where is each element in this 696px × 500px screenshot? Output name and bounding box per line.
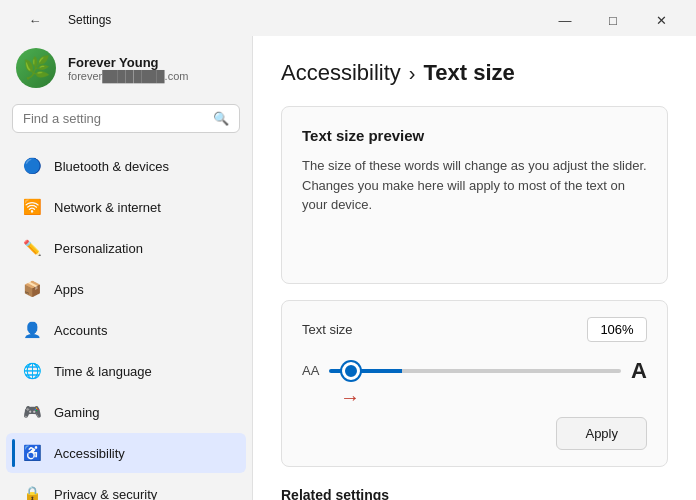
user-info: Forever Young forever████████.com bbox=[68, 55, 188, 82]
related-settings-title: Related settings bbox=[281, 487, 668, 501]
breadcrumb-parent: Accessibility bbox=[281, 60, 401, 86]
app-layout: 🌿 Forever Young forever████████.com 🔍 🔵B… bbox=[0, 36, 696, 500]
titlebar: ← Settings — □ ✕ bbox=[0, 0, 696, 36]
preview-text: The size of these words will change as y… bbox=[302, 156, 647, 215]
sidebar-item-gaming[interactable]: 🎮Gaming bbox=[6, 392, 246, 432]
sidebar-item-label-accessibility: Accessibility bbox=[54, 446, 125, 461]
time-icon: 🌐 bbox=[22, 361, 42, 381]
slider-container bbox=[329, 369, 621, 373]
search-icon: 🔍 bbox=[213, 111, 229, 126]
search-input[interactable] bbox=[23, 111, 205, 126]
slider-large-a: A bbox=[631, 358, 647, 384]
sidebar-item-bluetooth[interactable]: 🔵Bluetooth & devices bbox=[6, 146, 246, 186]
sidebar-item-accessibility[interactable]: ♿Accessibility bbox=[6, 433, 246, 473]
network-icon: 🛜 bbox=[22, 197, 42, 217]
accounts-icon: 👤 bbox=[22, 320, 42, 340]
bluetooth-icon: 🔵 bbox=[22, 156, 42, 176]
text-size-row: Text size 106% bbox=[302, 317, 647, 342]
sidebar: 🌿 Forever Young forever████████.com 🔍 🔵B… bbox=[0, 36, 252, 500]
minimize-button[interactable]: — bbox=[542, 6, 588, 34]
preview-title: Text size preview bbox=[302, 127, 647, 144]
breadcrumb-current: Text size bbox=[423, 60, 514, 86]
nav-list: 🔵Bluetooth & devices🛜Network & internet✏… bbox=[0, 145, 252, 500]
apply-button[interactable]: Apply bbox=[556, 417, 647, 450]
user-name: Forever Young bbox=[68, 55, 188, 70]
main-content: Accessibility › Text size Text size prev… bbox=[252, 36, 696, 500]
titlebar-title: Settings bbox=[68, 13, 111, 27]
sidebar-item-personalization[interactable]: ✏️Personalization bbox=[6, 228, 246, 268]
sidebar-item-time[interactable]: 🌐Time & language bbox=[6, 351, 246, 391]
search-box[interactable]: 🔍 bbox=[12, 104, 240, 133]
slider-row: AA A bbox=[302, 358, 647, 384]
titlebar-left: ← Settings bbox=[12, 6, 111, 34]
user-email: forever████████.com bbox=[68, 70, 188, 82]
sidebar-item-label-gaming: Gaming bbox=[54, 405, 100, 420]
sidebar-item-privacy[interactable]: 🔒Privacy & security bbox=[6, 474, 246, 500]
sidebar-item-accounts[interactable]: 👤Accounts bbox=[6, 310, 246, 350]
privacy-icon: 🔒 bbox=[22, 484, 42, 500]
breadcrumb-separator: › bbox=[409, 62, 416, 85]
close-button[interactable]: ✕ bbox=[638, 6, 684, 34]
preview-card: Text size preview The size of these word… bbox=[281, 106, 668, 284]
text-size-slider[interactable] bbox=[329, 369, 621, 373]
titlebar-controls: — □ ✕ bbox=[542, 6, 684, 34]
related-settings-section: Related settings 🖥 Display Monitors, bri… bbox=[281, 487, 668, 501]
sidebar-item-label-privacy: Privacy & security bbox=[54, 487, 157, 501]
sidebar-item-label-network: Network & internet bbox=[54, 200, 161, 215]
preview-spacer bbox=[302, 215, 647, 263]
back-button[interactable]: ← bbox=[12, 6, 58, 34]
sidebar-item-network[interactable]: 🛜Network & internet bbox=[6, 187, 246, 227]
avatar: 🌿 bbox=[16, 48, 56, 88]
text-size-value: 106% bbox=[587, 317, 647, 342]
accessibility-icon: ♿ bbox=[22, 443, 42, 463]
slider-small-a: AA bbox=[302, 363, 319, 378]
sidebar-item-label-time: Time & language bbox=[54, 364, 152, 379]
personalization-icon: ✏️ bbox=[22, 238, 42, 258]
gaming-icon: 🎮 bbox=[22, 402, 42, 422]
red-arrow-icon: → bbox=[340, 386, 360, 409]
sidebar-item-label-accounts: Accounts bbox=[54, 323, 107, 338]
sidebar-item-label-bluetooth: Bluetooth & devices bbox=[54, 159, 169, 174]
text-size-card: Text size 106% AA A → Apply bbox=[281, 300, 668, 467]
sidebar-item-label-personalization: Personalization bbox=[54, 241, 143, 256]
sidebar-item-label-apps: Apps bbox=[54, 282, 84, 297]
apps-icon: 📦 bbox=[22, 279, 42, 299]
sidebar-item-apps[interactable]: 📦Apps bbox=[6, 269, 246, 309]
breadcrumb: Accessibility › Text size bbox=[281, 60, 668, 86]
apply-btn-row: Apply bbox=[302, 417, 647, 450]
user-profile: 🌿 Forever Young forever████████.com bbox=[0, 36, 252, 104]
maximize-button[interactable]: □ bbox=[590, 6, 636, 34]
text-size-label: Text size bbox=[302, 322, 353, 337]
red-arrow-annotation: → bbox=[302, 386, 647, 409]
